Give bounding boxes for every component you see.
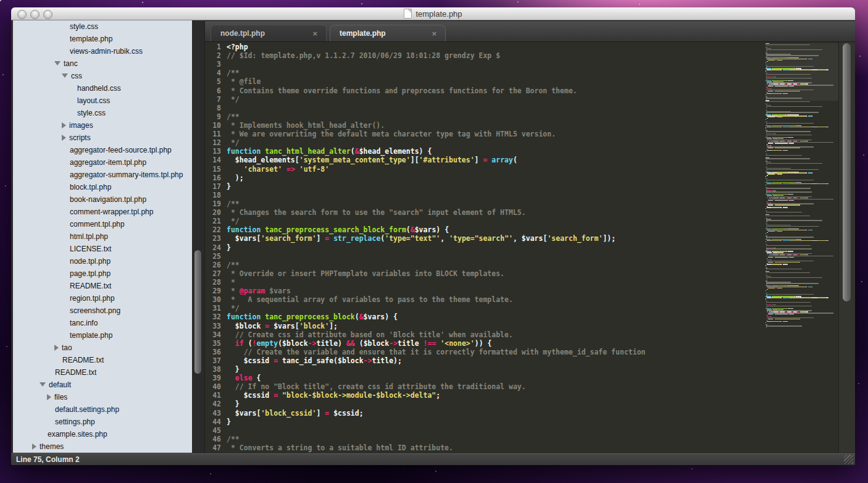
minimap[interactable] [766,42,838,453]
sidebar-item-node.tpl.php[interactable]: node.tpl.php [13,255,192,267]
code-line-20[interactable]: 20 * Changes the search form to use the … [205,208,766,217]
sidebar-item-views-admin-rubik.css[interactable]: views-admin-rubik.css [13,45,192,57]
code-line-12[interactable]: 12 */ [205,138,766,147]
tab-close-icon[interactable]: × [432,30,437,38]
code-line-44[interactable]: 44} [205,418,766,426]
code-line-26[interactable]: 26/** [205,261,766,269]
sidebar-item-default[interactable]: default [13,379,192,391]
code-line-33[interactable]: 33 $block = $vars['block']; [205,322,766,330]
sidebar-item-region.tpl.php[interactable]: region.tpl.php [13,292,192,304]
code-line-41[interactable]: 41 $cssid = "block-$block->module-$block… [205,391,766,400]
code-line-34[interactable]: 34 // Create css id attribute based on '… [205,330,766,339]
code-line-5[interactable]: 5 * @file [205,77,766,86]
code-line-35[interactable]: 35 if (!empty($block->title) && ($block-… [205,339,766,348]
code-line-28[interactable]: 28 * [205,278,766,287]
code-line-9[interactable]: 9/** [205,112,766,121]
sidebar-item-README.txt[interactable]: README.txt [13,280,192,292]
code-line-40[interactable]: 40 // If no "Block title", create css id… [205,382,766,391]
code-line-2[interactable]: 2// $Id: template.php,v 1.1.2.7 2010/06/… [205,51,766,60]
sidebar-item-LICENSE.txt[interactable]: LICENSE.txt [13,243,192,255]
code-line-42[interactable]: 42 } [205,400,766,408]
sidebar-item-default.settings.php[interactable]: default.settings.php [13,403,192,416]
sidebar-item-aggregator-summary-items.tpl.php[interactable]: aggregator-summary-items.tpl.php [13,169,192,181]
editor-scrollbar-thumb[interactable] [843,43,851,301]
code-line-13[interactable]: 13function tanc_html_head_alter(&$head_e… [205,147,766,156]
code-line-22[interactable]: 22function tanc_preprocess_search_block_… [205,225,766,234]
sidebar-item-book-navigation.tpl.php[interactable]: book-navigation.tpl.php [13,193,192,206]
code-pane[interactable]: 1<?php2// $Id: template.php,v 1.1.2.7 20… [205,42,766,453]
code-line-23[interactable]: 23 $vars['search_form'] = str_replace('t… [205,234,766,243]
code-line-43[interactable]: 43 $vars['block_cssid'] = $cssid; [205,409,766,418]
disclosure-closed-icon[interactable] [54,345,59,351]
sidebar-item-handheld.css[interactable]: handheld.css [13,82,192,94]
code-line-11[interactable]: 11 * We are overwriting the default meta… [205,130,766,138]
sidebar-item-tao[interactable]: tao [13,342,192,354]
code-line-18[interactable]: 18 [205,191,766,200]
sidebar-item-comment.tpl.php[interactable]: comment.tpl.php [13,218,192,230]
code-line-16[interactable]: 16 ); [205,174,766,182]
sidebar-item-themes[interactable]: themes [13,440,192,453]
sidebar-item-css[interactable]: css [13,70,192,82]
sidebar-item-template.php[interactable]: template.php [13,33,192,45]
sidebar-item-aggregator-item.tpl.php[interactable]: aggregator-item.tpl.php [13,156,192,169]
sidebar-item-tanc.info[interactable]: tanc.info [13,317,192,329]
sidebar-item-html.tpl.php[interactable]: html.tpl.php [13,230,192,243]
code-line-8[interactable]: 8 [205,104,766,112]
sidebar-item-block.tpl.php[interactable]: block.tpl.php [13,181,192,193]
code-line-21[interactable]: 21 */ [205,217,766,225]
sidebar-scrollbar-thumb[interactable] [194,250,201,374]
code-line-46[interactable]: 46/** [205,435,766,443]
sidebar-item-aggregator-feed-source.tpl.php[interactable]: aggregator-feed-source.tpl.php [13,144,192,156]
sidebar-item-tanc[interactable]: tanc [13,57,192,70]
code-line-1[interactable]: 1<?php [205,43,766,51]
editor-scrollbar[interactable] [838,42,855,453]
code-line-30[interactable]: 30 * A sequential array of variables to … [205,295,766,304]
sidebar-item-settings.php[interactable]: settings.php [13,416,192,428]
disclosure-closed-icon[interactable] [62,122,66,128]
code-line-3[interactable]: 3 [205,60,766,69]
code-line-39[interactable]: 39 else { [205,374,766,382]
code-line-38[interactable]: 38 } [205,365,766,374]
code-line-47[interactable]: 47 * Converts a string to a suitable htm… [205,443,766,452]
sidebar-item-scripts[interactable]: scripts [13,132,192,144]
code-line-14[interactable]: 14 $head_elements['system_meta_content_t… [205,156,766,164]
sidebar-item-comment-wrapper.tpl.php[interactable]: comment-wrapper.tpl.php [13,206,192,218]
code-line-24[interactable]: 24} [205,243,766,252]
disclosure-open-icon[interactable] [54,61,61,65]
disclosure-open-icon[interactable] [62,74,68,78]
code-line-10[interactable]: 10 * Implements hook_html_head_alter(). [205,121,766,130]
tab-node.tpl.php[interactable]: node.tpl.php× [211,25,327,41]
code-line-37[interactable]: 37 $cssid = tanc_id_safe($block->title); [205,356,766,365]
sidebar-item-example.sites.php[interactable]: example.sites.php [13,428,192,440]
code-line-25[interactable]: 25 [205,252,766,261]
sidebar-item-files[interactable]: files [13,391,192,403]
code-line-15[interactable]: 15 'charset' => 'utf-8' [205,165,766,174]
sidebar-item-page.tpl.php[interactable]: page.tpl.php [13,267,192,280]
sidebar-item-template.php[interactable]: template.php [13,329,192,342]
code-line-45[interactable]: 45 [205,426,766,435]
sidebar-item-style.css[interactable]: style.css [13,107,192,119]
disclosure-closed-icon[interactable] [47,394,51,400]
code-line-19[interactable]: 19/** [205,200,766,208]
code-line-6[interactable]: 6 * Contains theme override functions an… [205,86,766,95]
disclosure-closed-icon[interactable] [32,443,36,450]
sidebar-item-layout.css[interactable]: layout.css [13,94,192,107]
resize-grip-icon[interactable] [844,455,853,464]
disclosure-closed-icon[interactable] [62,135,66,141]
code-line-27[interactable]: 27 * Override or insert PHPTemplate vari… [205,269,766,278]
disclosure-open-icon[interactable] [40,382,46,387]
window-titlebar[interactable]: template.php [11,7,855,20]
sidebar-scrollbar[interactable] [192,20,205,453]
code-line-31[interactable]: 31 */ [205,304,766,313]
code-line-36[interactable]: 36 // Create the variable and ensure tha… [205,348,766,356]
sidebar-item-images[interactable]: images [13,119,192,132]
code-line-17[interactable]: 17} [205,182,766,191]
sidebar-item-README.txt[interactable]: README.txt [13,354,192,366]
file-tree-sidebar[interactable]: style.csstemplate.phpviews-admin-rubik.c… [11,20,192,453]
sidebar-item-style.css[interactable]: style.css [13,20,192,33]
sidebar-item-screenshot.png[interactable]: screenshot.png [13,304,192,317]
code-line-4[interactable]: 4/** [205,69,766,77]
code-line-48[interactable]: 48 * [205,452,766,453]
tab-template.php[interactable]: template.php× [330,25,446,41]
code-line-7[interactable]: 7 */ [205,95,766,104]
